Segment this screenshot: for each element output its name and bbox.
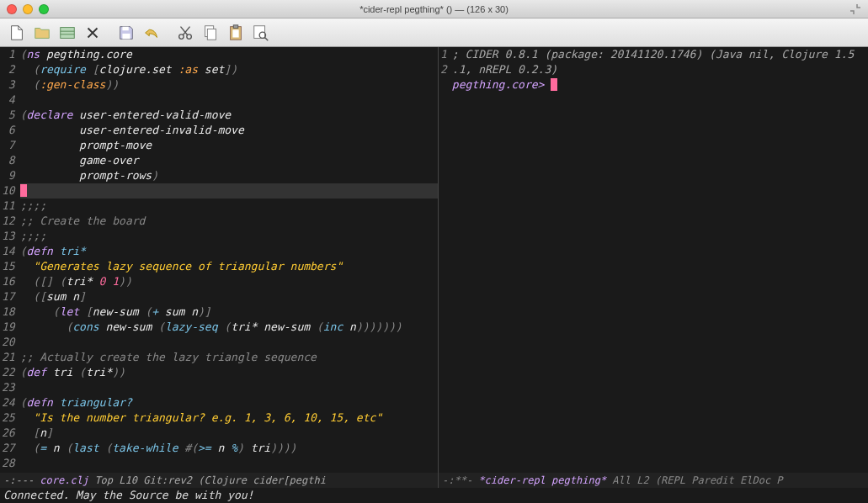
svg-rect-4 (122, 33, 130, 38)
editor-area: 1234567891011121314151617181920212223242… (0, 47, 868, 488)
svg-rect-11 (232, 29, 238, 37)
save-icon[interactable] (114, 22, 138, 44)
dired-icon[interactable] (56, 22, 79, 44)
svg-rect-10 (233, 24, 238, 28)
repl-gutter: 12 (439, 47, 450, 473)
source-content[interactable]: (ns pegthing.core (require [clojure.set … (19, 47, 438, 473)
minibuffer[interactable]: Connected. May the Source be with you! (0, 488, 868, 503)
search-icon[interactable] (249, 22, 273, 44)
modeline-filename: *cider-repl pegthing* (478, 474, 606, 486)
modeline-right[interactable]: -:**- *cider-repl pegthing* All L2 (REPL… (439, 473, 868, 488)
repl-content[interactable]: ; CIDER 0.8.1 (package: 20141120.1746) (… (450, 47, 868, 473)
maximize-icon[interactable] (849, 3, 861, 15)
cut-icon[interactable] (173, 22, 197, 44)
svg-rect-3 (122, 26, 128, 30)
minimize-window-button[interactable] (23, 4, 33, 14)
repl-buffer[interactable]: 12 ; CIDER 0.8.1 (package: 20141120.1746… (439, 47, 868, 473)
traffic-lights (7, 4, 49, 14)
toolbar (0, 19, 868, 47)
modeline-prefix: -:**- (442, 474, 478, 486)
open-folder-icon[interactable] (30, 22, 54, 44)
modeline-info: Top L10 Git:rev2 (Clojure cider[pegthi (88, 474, 326, 486)
modeline-prefix: -:--- (3, 474, 40, 486)
modeline-info: All L2 (REPL Paredit ElDoc P (606, 474, 783, 486)
window-titlebar: *cider-repl pegthing* () — (126 x 30) (0, 0, 868, 19)
line-gutter: 1234567891011121314151617181920212223242… (0, 47, 19, 473)
close-icon[interactable] (81, 22, 104, 44)
copy-icon[interactable] (199, 22, 222, 44)
svg-rect-8 (207, 29, 216, 40)
zoom-window-button[interactable] (39, 4, 49, 14)
source-buffer[interactable]: 1234567891011121314151617181920212223242… (0, 47, 438, 473)
undo-icon[interactable] (140, 22, 163, 44)
close-window-button[interactable] (7, 4, 17, 14)
window-title: *cider-repl pegthing* () — (126 x 30) (359, 4, 509, 14)
modeline-filename: core.clj (40, 474, 88, 486)
paste-icon[interactable] (224, 22, 248, 44)
modeline-left[interactable]: -:--- core.clj Top L10 Git:rev2 (Clojure… (0, 473, 438, 488)
repl-pane: 12 ; CIDER 0.8.1 (package: 20141120.1746… (438, 47, 868, 488)
new-file-icon[interactable] (5, 22, 29, 44)
svg-rect-0 (61, 27, 75, 38)
source-pane: 1234567891011121314151617181920212223242… (0, 47, 438, 488)
